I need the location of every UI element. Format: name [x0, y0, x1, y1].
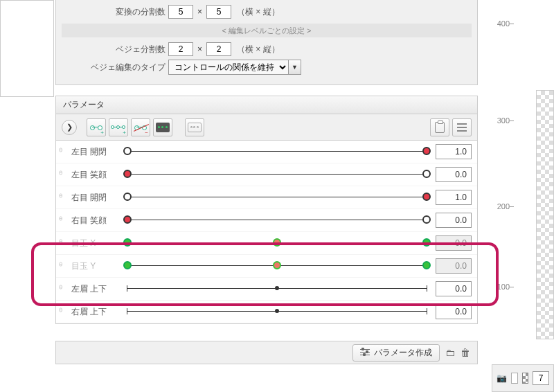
ruler-tick [510, 24, 514, 24]
ruler-label: 100 [497, 283, 510, 291]
parameter-name: 目玉 Y [71, 260, 118, 272]
parameter-name: 左目 笑顔 [71, 169, 118, 181]
parameter-value-input[interactable]: 0.0 [436, 281, 472, 296]
parameter-row: ᶿ 右眉 上下 0.0 [56, 301, 477, 323]
hamburger-icon [457, 123, 467, 132]
folder-icon[interactable]: 🗀 [445, 347, 455, 358]
canvas-ruler: 400 300 200 100 📷 [492, 0, 554, 392]
key-edit-mode-button[interactable] [185, 118, 204, 136]
parameter-name: 右目 開閉 [71, 192, 118, 204]
parameter-name: 左目 開閉 [71, 146, 118, 158]
parameter-slider[interactable] [123, 305, 431, 319]
bezier-divisions-label: ベジェ分割数 [103, 44, 166, 55]
parameter-row: ᶿ 左眉 上下 0.0 [56, 278, 477, 301]
parameter-slider[interactable] [123, 259, 431, 273]
parameter-value-input[interactable]: 0.0 [436, 235, 472, 251]
zoom-value-input[interactable] [533, 371, 549, 385]
checker-toggle-icon[interactable] [522, 373, 528, 384]
parameter-slider[interactable] [123, 145, 431, 159]
link-icon[interactable]: ᶿ [59, 260, 71, 271]
parameter-row: ᶿ 右目 開閉 1.0 [56, 186, 477, 209]
parameter-value-input[interactable]: 0.0 [436, 167, 472, 182]
add-2key-button[interactable]: + [87, 118, 106, 136]
parameter-value-input[interactable]: 1.0 [436, 144, 472, 159]
left-sidebar [0, 0, 54, 97]
rect-icon[interactable] [511, 373, 518, 384]
x-separator: × [196, 44, 204, 54]
trash-icon[interactable]: 🗑 [461, 347, 470, 358]
deform-settings-panel: 変換の分割数 × （横 × 縦） < 編集レベルごとの設定 > ベジェ分割数 ×… [55, 0, 478, 85]
parameter-value-input[interactable]: 0.0 [436, 304, 472, 319]
bezier-width-input[interactable] [168, 42, 193, 56]
ruler-label: 400 [497, 19, 510, 28]
bezier-suffix: （横 × 縦） [234, 44, 280, 55]
parameter-row: ᶿ 左目 開閉 1.0 [56, 141, 477, 163]
link-icon[interactable]: ᶿ [59, 215, 71, 226]
expand-button[interactable]: ❯ [62, 120, 77, 135]
parameter-row: ᶿ 左目 笑顔 0.0 [56, 163, 477, 186]
divisions-suffix: （横 × 縦） [234, 6, 280, 18]
link-icon[interactable]: ᶿ [59, 192, 71, 203]
parameter-name: 右眉 上下 [71, 306, 118, 318]
parameter-value-input[interactable]: 0.0 [436, 258, 472, 274]
ruler-tick [510, 121, 514, 121]
parameter-slider[interactable] [123, 168, 431, 181]
link-icon[interactable]: ᶿ [59, 306, 71, 317]
link-icon[interactable]: ᶿ [59, 169, 71, 180]
camera-icon[interactable]: 📷 [497, 373, 507, 383]
parameter-row: ᶿ 目玉 X 0.0 [56, 232, 477, 255]
ruler-label: 200 [497, 202, 510, 211]
parameter-name: 目玉 X [71, 238, 118, 249]
parameter-list: ᶿ 左目 開閉 1.0 ᶿ 左目 笑顔 0.0 ᶿ 右目 開閉 1.0 ᶿ 右目… [56, 141, 477, 323]
ruler-tick [510, 206, 514, 207]
divisions-height-input[interactable] [206, 5, 231, 19]
parameter-value-input[interactable]: 1.0 [436, 190, 472, 205]
parameter-row: ᶿ 目玉 Y 0.0 [56, 255, 477, 278]
add-3key-button[interactable]: + [109, 118, 128, 136]
canvas-checker [536, 90, 554, 339]
parameter-panel-title: パラメータ [56, 96, 477, 114]
dropdown-arrow-icon[interactable]: ▼ [289, 60, 301, 75]
key-display-mode-button[interactable] [153, 118, 172, 136]
parameter-slider[interactable] [123, 282, 431, 296]
parameter-slider[interactable] [123, 213, 431, 227]
link-icon[interactable]: ᶿ [59, 238, 71, 249]
clipboard-button[interactable] [430, 118, 449, 136]
parameter-footer: パラメータ作成 🗀 🗑 [55, 341, 478, 364]
parameter-name: 左眉 上下 [71, 283, 118, 295]
bezier-height-input[interactable] [206, 42, 231, 56]
ruler-label: 300 [497, 116, 510, 125]
menu-button[interactable] [452, 118, 472, 136]
ruler-tick [510, 287, 514, 287]
sliders-icon [360, 348, 370, 357]
parameter-slider[interactable] [123, 236, 431, 250]
bezier-type-select[interactable]: コントロールの関係を維持 ▼ [168, 60, 301, 75]
edit-level-section-header: < 編集レベルごとの設定 > [62, 24, 472, 37]
remove-key-button[interactable]: − [131, 118, 150, 136]
bezier-type-label: ベジェ編集のタイプ [89, 62, 166, 73]
x-separator: × [196, 7, 204, 17]
create-parameter-button[interactable]: パラメータ作成 [352, 344, 440, 362]
parameter-toolbar: ❯ + + − [56, 114, 477, 141]
parameter-row: ᶿ 右目 笑顔 0.0 [56, 209, 477, 232]
divisions-label: 変換の分割数 [103, 6, 166, 18]
parameter-slider[interactable] [123, 190, 431, 204]
link-icon[interactable]: ᶿ [59, 283, 71, 294]
link-icon[interactable]: ᶿ [59, 146, 71, 157]
parameter-name: 右目 笑顔 [71, 215, 118, 226]
divisions-width-input[interactable] [168, 5, 193, 19]
clipboard-icon [435, 122, 445, 133]
canvas-bottom-tools: 📷 [492, 364, 554, 392]
parameter-panel: パラメータ ❯ + + − ᶿ 左目 開閉 1.0 ᶿ 左目 笑顔 0.0 ᶿ [55, 96, 478, 324]
parameter-value-input[interactable]: 0.0 [436, 213, 472, 228]
